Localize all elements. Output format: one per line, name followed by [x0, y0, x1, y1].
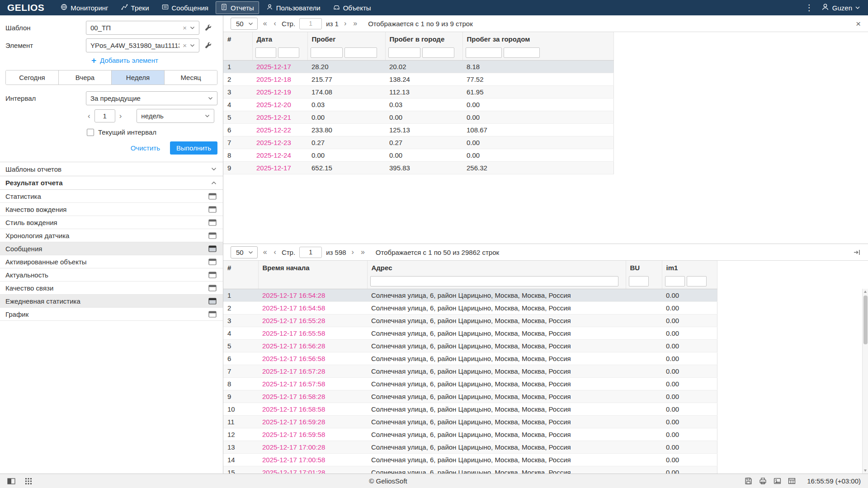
address-filter[interactable] — [370, 276, 618, 286]
scroll-down-button[interactable] — [864, 469, 867, 472]
template-select[interactable]: 00_ТП × — [86, 21, 199, 35]
nav-item-tracks[interactable]: Треки — [116, 0, 155, 15]
date-filter-from[interactable] — [255, 47, 277, 58]
table-row[interactable]: 152025-12-17 17:01:28Солнечная улица, 6,… — [223, 466, 717, 474]
table-row[interactable]: 22025-12-17 16:54:58Солнечная улица, 6, … — [223, 301, 717, 314]
im1-filter-to[interactable] — [687, 276, 707, 286]
table-row[interactable]: 122025-12-17 16:59:58Солнечная улица, 6,… — [223, 428, 717, 441]
table-row[interactable]: 142025-12-17 17:00:58Солнечная улица, 6,… — [223, 453, 717, 466]
table-row[interactable]: 52025-12-210.000.000.00 — [223, 111, 613, 123]
city-mileage-filter-to[interactable] — [422, 47, 454, 58]
interval-count-input[interactable] — [94, 109, 115, 122]
report-table-icon[interactable] — [208, 311, 217, 318]
save-icon[interactable] — [745, 477, 752, 485]
first-page-button[interactable]: « — [262, 19, 269, 28]
period-button-week[interactable]: Неделя — [112, 70, 165, 84]
run-button[interactable]: Выполнить — [170, 141, 217, 155]
page-input[interactable] — [299, 18, 322, 29]
im1-filter-from[interactable] — [665, 276, 685, 286]
report-item[interactable]: Стиль вождения — [0, 216, 223, 229]
table-row[interactable]: 12025-12-17 16:54:28Солнечная улица, 6, … — [223, 289, 717, 301]
report-table-icon[interactable] — [208, 272, 217, 278]
user-menu[interactable]: Guzen — [821, 3, 860, 12]
collapse-table-icon[interactable] — [853, 249, 861, 256]
prev-page-button[interactable]: ‹ — [273, 248, 278, 256]
table-row[interactable]: 62025-12-22233.80125.13108.67 — [223, 123, 613, 136]
report-table-icon[interactable] — [208, 193, 217, 200]
last-page-button[interactable]: » — [352, 19, 359, 28]
report-table-icon[interactable] — [208, 232, 217, 239]
nav-item-reports[interactable]: Отчеты — [216, 1, 259, 14]
prev-page-button[interactable]: ‹ — [273, 19, 278, 28]
grid-menu-icon[interactable] — [25, 478, 32, 484]
scroll-up-button[interactable] — [864, 291, 867, 293]
report-item[interactable]: Актуальность — [0, 268, 223, 282]
template-clear-icon[interactable]: × — [183, 24, 187, 31]
table-export-icon[interactable] — [788, 477, 796, 485]
column-header[interactable]: im1 — [662, 261, 717, 274]
report-item[interactable]: Ежедневная статистика — [0, 295, 223, 308]
period-button-yesterday[interactable]: Вчера — [59, 70, 112, 84]
element-clear-icon[interactable]: × — [183, 42, 187, 49]
nav-item-objects[interactable]: Объекты — [328, 0, 377, 15]
table-row[interactable]: 112025-12-17 16:59:28Солнечная улица, 6,… — [223, 415, 717, 428]
column-header[interactable]: Время начала — [258, 261, 367, 274]
close-report-icon[interactable]: × — [856, 19, 861, 28]
element-wrench-icon[interactable] — [199, 42, 217, 49]
nav-item-users[interactable]: Пользователи — [261, 0, 326, 15]
page-input[interactable] — [299, 247, 322, 258]
table-row[interactable]: 42025-12-200.030.030.00 — [223, 98, 613, 111]
current-interval-checkbox[interactable] — [87, 129, 94, 136]
city-mileage-filter-from[interactable] — [388, 47, 420, 58]
country-mileage-filter-to[interactable] — [504, 47, 540, 58]
table-row[interactable]: 82025-12-17 16:57:58Солнечная улица, 6, … — [223, 377, 717, 390]
period-button-today[interactable]: Сегодня — [6, 70, 59, 84]
nav-item-messages[interactable]: Сообщения — [156, 0, 214, 15]
image-export-icon[interactable] — [774, 477, 781, 485]
table-row[interactable]: 42025-12-17 16:55:58Солнечная улица, 6, … — [223, 327, 717, 339]
table-row[interactable]: 82025-12-240.000.000.00 — [223, 149, 613, 161]
mileage-filter-from[interactable] — [311, 47, 343, 58]
column-header[interactable]: Пробег — [307, 32, 385, 46]
table-row[interactable]: 22025-12-18215.77138.2477.52 — [223, 73, 613, 85]
section-report-templates[interactable]: Шаблоны отчетов — [0, 162, 223, 176]
report-table-icon[interactable] — [208, 258, 217, 265]
next-page-button[interactable]: › — [343, 19, 348, 28]
table-row[interactable]: 62025-12-17 16:56:58Солнечная улица, 6, … — [223, 352, 717, 365]
column-header[interactable]: Дата — [252, 32, 307, 46]
column-header[interactable]: Пробег в городе — [385, 32, 462, 46]
interval-increment-button[interactable]: › — [118, 112, 124, 121]
interval-unit-select[interactable]: недель — [137, 109, 214, 123]
print-icon[interactable] — [759, 477, 767, 485]
column-header[interactable]: Адрес — [367, 261, 626, 274]
table-row[interactable]: 72025-12-230.270.270.00 — [223, 136, 613, 149]
report-item[interactable]: График — [0, 308, 223, 321]
table-row[interactable]: 132025-12-17 17:00:28Солнечная улица, 6,… — [223, 441, 717, 453]
report-table-icon[interactable] — [208, 219, 217, 226]
nav-item-monitoring[interactable]: Мониторинг — [55, 0, 113, 15]
report-item[interactable]: Сообщения — [0, 242, 223, 255]
section-report-results[interactable]: Результат отчета — [0, 176, 223, 190]
country-mileage-filter-from[interactable] — [466, 47, 502, 58]
vertical-scrollbar[interactable] — [862, 289, 868, 474]
first-page-button[interactable]: « — [262, 248, 269, 256]
date-filter-to[interactable] — [278, 47, 299, 58]
table-row[interactable]: 102025-12-17 16:58:58Солнечная улица, 6,… — [223, 403, 717, 415]
report-item[interactable]: Хронология датчика — [0, 229, 223, 242]
element-select[interactable]: YPos_A4W_531980_tau11113 × — [86, 38, 199, 52]
report-item[interactable]: Качество связи — [0, 282, 223, 295]
table-row[interactable]: 92025-12-17652.15395.83256.32 — [223, 161, 613, 174]
report-table-icon[interactable] — [208, 298, 217, 305]
page-size-select[interactable]: 50 — [231, 18, 258, 30]
column-header[interactable]: Пробег за городом — [462, 32, 613, 46]
last-page-button[interactable]: » — [359, 248, 366, 256]
interval-decrement-button[interactable]: ‹ — [86, 112, 92, 121]
table-row[interactable]: 32025-12-19174.08112.1361.95 — [223, 85, 613, 98]
report-table-icon[interactable] — [208, 206, 217, 213]
template-wrench-icon[interactable] — [199, 24, 217, 32]
report-table-icon[interactable] — [208, 245, 217, 252]
column-header[interactable]: # — [223, 261, 258, 274]
page-size-select[interactable]: 50 — [231, 246, 258, 258]
period-button-month[interactable]: Месяц — [165, 70, 217, 84]
report-item[interactable]: Активированные объекты — [0, 255, 223, 268]
